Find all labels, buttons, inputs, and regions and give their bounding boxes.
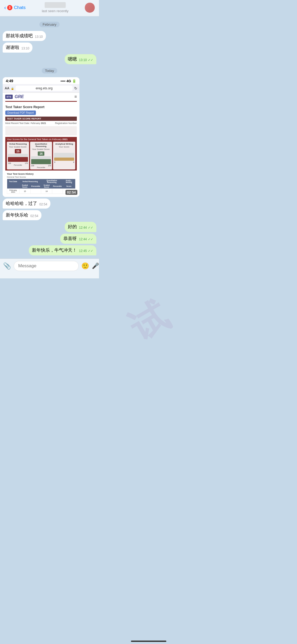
badge-count: 3 [7,5,12,10]
bubble-time-8: 12:45 [79,249,87,253]
row-quant-score: 16 [41,189,52,194]
message-input[interactable] [14,261,79,271]
quant-range: 130170 [31,165,51,167]
phone-time: 4:49 [6,79,13,83]
contact-info: last seen recently [26,2,85,13]
bubble-time-5: 02:54 [30,214,38,218]
browser-aa: AA [5,86,9,90]
bubble-text-6: 好的 [68,224,77,230]
aw-bar-visual [54,153,74,161]
message-row-4: 哈哈哈哈，过了 02:54 [3,199,96,209]
col-test-date: Test Date [7,179,20,184]
aw-label: Analytical Writing [54,143,74,145]
read-check-6: ✓✓ [88,226,93,230]
aw-range: 06 [54,161,74,163]
input-bar: 📎 🙂 🎤 [0,259,99,278]
bubble-text-3: 嗯嗯 [68,56,77,62]
col-verbal: Verbal Reasoning [19,179,41,184]
screenshot-bubble[interactable]: 4:49 ▪▪▪▪ 4G 🔋 AA 🔒 ereg.ets.org ↻ E [3,77,79,197]
bubble-6[interactable]: 好的 12:44 ✓✓ [65,222,96,232]
bubble-text-8: 新年快乐，牛气冲天！ [32,247,77,253]
col-score: Score [63,184,75,189]
quant-percentile: Percentile [31,167,51,168]
emoji-button[interactable]: 🙂 [81,262,89,270]
your-scaled-verbal: Your Scaled Score: [8,146,28,148]
read-check-3: ✓✓ [88,58,93,62]
quant-label: Quantitative Reasoning [31,143,51,148]
score-report-content: Test Taker Score Report Download PDF Rep… [3,103,79,197]
bubble-1[interactable]: 那就等成绩吧 13:10 [3,31,46,41]
message-row-2: 谢谢啦 13:10 [3,43,96,53]
verbal-score-item: Verbal Reasoning Your Scaled Score: 15 1… [7,142,29,169]
bubble-2[interactable]: 谢谢啦 13:10 [3,43,32,53]
browser-url: ereg.ets.org [16,86,73,91]
read-check-8: ✓✓ [88,249,93,253]
score-progress-bar [5,101,77,102]
bubble-time-2: 13:10 [21,47,29,51]
bubble-5[interactable]: 新年快乐哈 02:54 [3,210,41,220]
ets-logo: ETS [5,95,13,99]
lock-icon: 🔒 [11,87,14,90]
signal-icon: ▪▪▪▪ [60,79,65,83]
message-row-8: 新年快乐，牛气冲天！ 12:45 ✓✓ [3,245,96,255]
chat-area: February 那就等成绩吧 13:10 谢谢啦 13:10 嗯嗯 13:10… [0,16,99,259]
phone-status-bar: 4:49 ▪▪▪▪ 4G 🔋 [3,77,79,84]
row-quant-pct [52,189,63,194]
row-date: February 2021 [7,189,20,194]
back-label: Chats [14,5,26,10]
message-row-1: 那就等成绩吧 13:10 [3,31,96,41]
date-separator-today: Today [3,68,96,73]
score-table: Test Date Verbal Reasoning Quantitative … [7,179,75,194]
attach-button[interactable]: 📎 [3,262,11,270]
bubble-text-2: 谢谢啦 [6,45,19,50]
gre-header: ETS GRE ≡ [3,93,79,101]
message-row-5: 新年快乐哈 02:54 [3,210,96,220]
date-label-february: February [39,22,59,27]
col-scaled-1: Scaled Score [19,184,31,189]
row-verbal-pct [31,189,41,194]
bubble-text-7: 恭喜呀 [63,236,77,242]
verbal-score-number: 15 [15,149,21,153]
col-pct-1: Percentile [31,184,41,189]
aw-score-item: Analytical Writing Your Score: 06 [53,142,75,169]
bubble-time-4: 02:54 [39,203,47,207]
message-row-screenshot: 4:49 ▪▪▪▪ 4G 🔋 AA 🔒 ereg.ets.org ↻ E [3,77,96,197]
message-row-3: 嗯嗯 13:10 ✓✓ [3,54,96,64]
browser-bar: AA 🔒 ereg.ets.org ↻ [3,84,79,93]
bubble-time-1: 13:10 [35,35,43,39]
gre-logo: GRE [15,94,24,99]
bubble-time-6: 12:44 [79,226,87,230]
score-meta: Most Recent Test Date: February 2021 Reg… [5,122,77,125]
quant-bar-visual [31,156,51,164]
date-label-today: Today [42,68,57,73]
score-bars-section: Your Scores for the General Test Taken o… [5,137,77,171]
network-icon: 4G [67,79,71,83]
contact-name-blurred [45,2,66,8]
bubble-text-4: 哈哈哈哈，过了 [6,201,37,206]
mic-button[interactable]: 🎤 [92,263,99,269]
most-recent-label: Most Recent Test Date: February 2021 [5,122,46,125]
refresh-icon: ↻ [74,86,77,90]
bubble-3[interactable]: 嗯嗯 13:10 ✓✓ [65,54,96,64]
row-verbal-score: 15 [19,189,31,194]
read-check-7: ✓✓ [88,237,93,242]
verbal-bar-fill [8,157,28,162]
aw-bar-fill [54,158,74,161]
bubble-4[interactable]: 哈哈哈哈，过了 02:54 [3,199,50,209]
back-button[interactable]: ‹ 3 Chats [4,4,26,11]
aw-score-placeholder [54,149,74,153]
message-row-7: 恭喜呀 12:44 ✓✓ [3,234,96,244]
date-separator-february: February [3,22,96,27]
bubble-7[interactable]: 恭喜呀 12:44 ✓✓ [60,234,96,244]
quant-score-number: 16 [38,151,44,156]
your-score-aw: Your Score: [54,146,74,148]
history-title: Your Test Score History [7,173,75,175]
contact-avatar[interactable] [85,3,95,13]
verbal-range: 130170 [8,162,28,164]
col-scaled-2: Scaled Score [41,184,52,189]
bubble-8[interactable]: 新年快乐，牛气冲天！ 12:45 ✓✓ [29,245,96,255]
message-row-6: 好的 12:44 ✓✓ [3,222,96,232]
menu-icon: ≡ [74,94,77,99]
video-duration: 02:54 [65,190,77,195]
section-header: TEST TAKER SCORE REPORT [5,117,77,121]
